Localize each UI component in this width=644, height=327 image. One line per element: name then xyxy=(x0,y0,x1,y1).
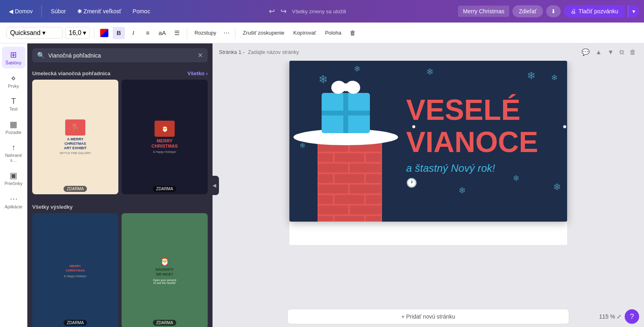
print-button[interactable]: 🖨 Tlačiť pozvánku xyxy=(564,5,625,17)
snowflake-4: ❄ xyxy=(527,70,536,82)
background-icon: ▦ xyxy=(10,119,17,129)
sidebar-label-priecinky: Priečinky xyxy=(4,181,23,186)
gift-illustration xyxy=(289,61,402,222)
more-options-button[interactable]: ··· xyxy=(222,29,231,37)
saved-status: Všetky zmeny sa uložili xyxy=(292,8,346,14)
undo-button[interactable]: ↩ xyxy=(266,5,277,17)
snowflake-5: ❄ xyxy=(551,73,558,82)
download-button[interactable]: ⬇ xyxy=(546,5,561,17)
main-content: ⊞ Šablóny ⋄ Prvky T Text ▦ Pozadie ↑ Nah… xyxy=(0,43,644,327)
section-results-title: Všetky výsledky xyxy=(32,204,72,210)
duplicate-page-button[interactable]: ⧉ xyxy=(618,47,625,58)
help-icon: ? xyxy=(630,313,634,321)
sidebar-item-priecinky[interactable]: ▣ Priečinky xyxy=(2,167,25,189)
badge-free-2: ZDARMA xyxy=(153,186,176,192)
snowflake-8: ❄ xyxy=(513,173,520,183)
spacing-button[interactable]: Rozstupy xyxy=(191,28,219,37)
share-button[interactable]: Zdieľať xyxy=(512,5,543,17)
all-templates-grid: MERRYCHRISTMAS & Happy holidays! ZDARMA … xyxy=(32,213,208,327)
copy-button[interactable]: Kopírovať xyxy=(290,28,320,37)
svg-rect-12 xyxy=(318,195,333,204)
sidebar-item-prvky[interactable]: ⋄ Prvky xyxy=(2,70,25,92)
template-card-1[interactable]: 🦌 A MERRYCHRISTMASART EXHIBIT SETTLE FIN… xyxy=(32,80,118,194)
section-all-button[interactable]: Všetko › xyxy=(187,70,208,76)
pomoc-button[interactable]: Pomoc xyxy=(129,6,155,17)
search-input[interactable] xyxy=(48,52,194,59)
title-line1-text: VESELÉ xyxy=(406,94,520,126)
canvas-area: Stránka 1 - 💬 ▲ ▼ ⧉ 🗑 ❄ ❄ ❄ xyxy=(213,43,644,327)
zoom-indicator: 115 % ⤢ xyxy=(599,313,621,320)
templates-icon: ⊞ xyxy=(10,50,17,60)
position-button[interactable]: Poloha xyxy=(322,28,344,37)
comment-button[interactable]: 💬 xyxy=(580,47,591,58)
badge-free-4: ZDARMA xyxy=(153,320,176,326)
svg-rect-9 xyxy=(366,174,381,183)
badge-free-3: ZDARMA xyxy=(64,320,87,326)
clear-search-button[interactable]: ✕ xyxy=(198,51,203,59)
page-down-button[interactable]: ▼ xyxy=(606,47,615,58)
snowflake-7: ❄ xyxy=(458,185,466,196)
print-dropdown-button[interactable]: ▾ xyxy=(628,5,639,17)
zoom-expand-icon[interactable]: ⤢ xyxy=(617,313,621,320)
download-icon: ⬇ xyxy=(551,8,556,14)
snowflake-9: ❄ xyxy=(553,181,561,193)
template-card-2[interactable]: 🎅 MERRYCHRISTMAS & Happy Holidays! ZDARM… xyxy=(122,80,208,194)
bold-icon: B xyxy=(117,29,121,36)
delete-page-button[interactable]: 🗑 xyxy=(628,47,638,58)
svg-rect-4 xyxy=(366,153,381,162)
font-size-selector[interactable]: 16,0 ▾ xyxy=(65,27,90,39)
back-button[interactable]: ◀ Domov xyxy=(5,6,37,17)
subor-button[interactable]: Súbor xyxy=(47,6,70,17)
collapse-panel-button[interactable]: ◀ xyxy=(209,176,219,195)
undo-redo-group: ↩ ↪ xyxy=(266,5,289,17)
align-button[interactable]: ≡ xyxy=(142,27,154,39)
toolbar-separator-3 xyxy=(235,27,235,39)
sidebar-label-text: Text xyxy=(9,107,17,111)
add-page-button[interactable]: + Pridať novú stránku xyxy=(287,309,569,324)
page-label-text: Stránka 1 xyxy=(219,49,242,55)
sidebar-item-nahrate[interactable]: ↑ Nahrané s… xyxy=(2,140,25,166)
panel-wrapper: 🔍 ✕ Umelecká vianočná pohľadnica Všetko … xyxy=(27,43,213,327)
help-button[interactable]: ? xyxy=(625,309,639,324)
selection-handle-right[interactable] xyxy=(563,125,566,128)
collapse-icon: ◀ xyxy=(213,183,216,188)
snowflake-3: ❄ xyxy=(426,67,433,77)
svg-rect-13 xyxy=(334,195,364,204)
svg-rect-18 xyxy=(334,216,364,221)
template-card-4[interactable]: 🎅 NAUGHTYOR NICE? Open your presentto se… xyxy=(122,213,208,327)
delete-button[interactable]: 🗑 xyxy=(347,27,359,39)
sidebar-item-pozadie[interactable]: ▦ Pozadie xyxy=(2,116,25,138)
page-separator: - xyxy=(243,49,244,55)
page-up-button[interactable]: ▲ xyxy=(594,47,603,58)
redo-button[interactable]: ↪ xyxy=(278,5,289,17)
zoom-percentage: 115 % xyxy=(599,313,615,320)
text-case-button[interactable]: aA xyxy=(156,27,168,39)
page-title-input[interactable] xyxy=(248,49,316,55)
sidebar-label-prvky: Prvky xyxy=(8,84,19,88)
bold-button[interactable]: B xyxy=(113,27,125,39)
chevron-down-icon: ▾ xyxy=(42,29,45,37)
sidebar-item-text[interactable]: T Text xyxy=(2,93,25,115)
italic-button[interactable]: I xyxy=(127,27,139,39)
ungroup-button[interactable]: Zrušiť zoskupenie xyxy=(239,28,287,37)
svg-rect-11 xyxy=(350,185,381,193)
apps-icon: ⋯ xyxy=(10,194,18,204)
text-color-button[interactable] xyxy=(98,27,110,39)
print-icon: 🖨 xyxy=(570,8,576,14)
document-title[interactable]: Merry Christmas xyxy=(458,6,509,17)
font-selector[interactable]: Quicksand ▾ xyxy=(6,27,63,39)
sidebar-item-sablony[interactable]: ⊞ Šablóny xyxy=(2,47,25,68)
selection-handle-left[interactable] xyxy=(412,125,415,128)
card-text-area[interactable]: VESELÉ VIANOCE a štastný Nový rok! 🕐 xyxy=(402,86,567,196)
sidebar-item-aplikacie[interactable]: ⋯ Aplikácie xyxy=(2,191,25,212)
design-canvas[interactable]: ❄ ❄ ❄ ❄ ❄ ❄ ❄ ❄ ❄ xyxy=(289,61,567,222)
list-button[interactable]: ☰ xyxy=(171,27,183,39)
template-card-3[interactable]: MERRYCHRISTMAS & Happy holidays! ZDARMA xyxy=(32,213,118,327)
svg-rect-3 xyxy=(334,153,364,162)
title-line2-text: VIANOCE xyxy=(406,126,538,158)
panel-content: Umelecká vianočná pohľadnica Všetko › 🦌 … xyxy=(27,67,213,327)
zmenit-button[interactable]: ✱ Zmeniť veľkosť xyxy=(73,6,126,17)
add-page-container: + Pridať novú stránku xyxy=(219,309,638,324)
svg-rect-10 xyxy=(318,185,348,193)
font-name-label: Quicksand xyxy=(10,29,41,37)
